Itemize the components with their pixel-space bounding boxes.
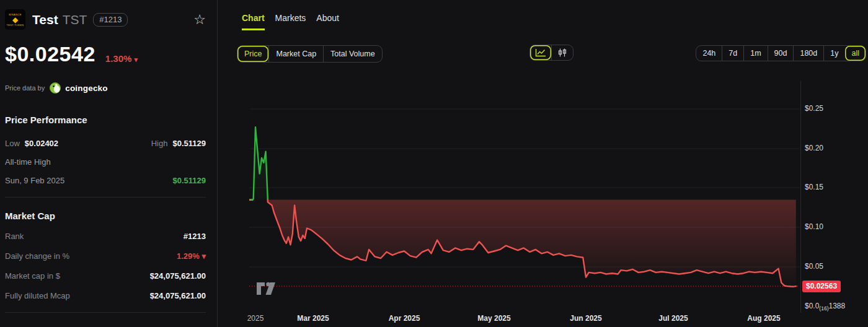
x-axis-tick: 2025 (247, 314, 264, 323)
line-chart-button[interactable] (530, 45, 551, 60)
rank-value: #1213 (184, 232, 206, 241)
token-name: Test (32, 12, 58, 27)
token-header: BINANCE ◆ TEST TOKEN Test TST #1213 ☆ (5, 9, 206, 30)
series-button-market-cap[interactable]: Market Cap (268, 46, 323, 62)
high-value: $0.51129 (172, 139, 206, 148)
current-price-tag: $0.02563 (802, 281, 841, 292)
divider (5, 312, 206, 313)
range-button-7d[interactable]: 7d (722, 46, 743, 61)
down-arrow-icon: ▾ (135, 56, 138, 63)
series-toggle: Price Market Cap Total Volume (237, 45, 383, 63)
price-chart-canvas[interactable] (249, 81, 800, 313)
tab-bar: Chart Markets About (242, 13, 339, 30)
low-label: Low (5, 139, 20, 148)
table-row: Daily change in % 1.29% ▾ (5, 251, 206, 261)
series-button-total-volume[interactable]: Total Volume (323, 46, 382, 62)
ath-label: All-time High (5, 157, 206, 167)
market-cap-value: $24,075,621.00 (150, 271, 206, 281)
high-label: High (151, 139, 168, 148)
coingecko-brand[interactable]: coingecko (65, 84, 108, 93)
table-row: Market cap in $ $24,075,621.00 (5, 271, 206, 281)
y-axis-bottom-tick: $0.0(16)1388 (805, 302, 845, 312)
ath-row: Sun, 9 Feb 2025 $0.51129 (5, 176, 206, 185)
divider (5, 197, 206, 198)
time-range-toggle: 24h 7d 1m 90d 180d 1y all (696, 45, 866, 61)
ath-date: Sun, 9 Feb 2025 (5, 176, 64, 185)
range-button-24h[interactable]: 24h (696, 46, 722, 61)
line-chart-icon (535, 48, 546, 57)
price-chart[interactable]: $0.25$0.20$0.15$0.10$0.05 $0.0(16)1388 2… (218, 72, 868, 327)
table-row: Rank #1213 (5, 232, 206, 241)
current-price: $0.02542 (5, 42, 95, 66)
candlestick-chart-icon (557, 48, 568, 57)
x-axis-tick: Jun 2025 (570, 314, 601, 323)
series-button-price[interactable]: Price (237, 46, 268, 62)
x-axis-tick: Mar 2025 (297, 314, 329, 323)
x-axis-tick: Apr 2025 (389, 314, 420, 323)
price-attribution: Price data by coingecko (5, 82, 206, 94)
market-cap-label: Market cap in $ (5, 271, 60, 281)
binance-cube-icon: ◆ (12, 16, 18, 24)
x-axis-tick: Jul 2025 (658, 314, 688, 323)
price-change: 1.30% ▾ (105, 53, 138, 64)
y-axis-line (800, 81, 801, 313)
range-button-1y[interactable]: 1y (823, 46, 844, 61)
tab-chart[interactable]: Chart (242, 13, 265, 30)
x-axis-tick: Aug 2025 (747, 314, 780, 323)
y-axis-tick: $0.10 (805, 222, 823, 231)
x-axis-tick: May 2025 (477, 314, 510, 323)
price-change-value: 1.30% (105, 53, 132, 64)
range-button-90d[interactable]: 90d (768, 46, 794, 61)
ath-value: $0.51129 (172, 176, 206, 185)
token-symbol: TST (63, 12, 87, 27)
fdv-value: $24,075,621.00 (150, 291, 206, 300)
candlestick-chart-button[interactable] (551, 45, 573, 60)
tab-about[interactable]: About (316, 13, 339, 30)
token-page: BINANCE ◆ TEST TOKEN Test TST #1213 ☆ $0… (0, 0, 868, 327)
range-button-all[interactable]: all (844, 46, 866, 61)
y-axis-tick: $0.20 (805, 144, 823, 152)
token-summary-panel: BINANCE ◆ TEST TOKEN Test TST #1213 ☆ $0… (0, 0, 218, 327)
daily-change-label: Daily change in % (5, 251, 69, 261)
attribution-text: Price data by (5, 84, 45, 92)
low-high-row: Low $0.02402 High $0.51129 (5, 139, 206, 148)
chart-panel: Chart Markets About Price Market Cap Tot… (218, 0, 868, 327)
price-row: $0.02542 1.30% ▾ (5, 42, 206, 66)
price-performance-title: Price Performance (5, 115, 206, 125)
market-cap-title: Market Cap (5, 211, 206, 221)
coingecko-icon (50, 82, 61, 94)
y-axis-tick: $0.15 (805, 183, 823, 191)
tradingview-logo[interactable] (256, 281, 278, 296)
y-axis-tick: $0.05 (805, 262, 823, 271)
tab-markets[interactable]: Markets (275, 13, 306, 30)
token-logo: BINANCE ◆ TEST TOKEN (5, 9, 25, 30)
range-button-180d[interactable]: 180d (793, 46, 823, 61)
favorite-star-icon[interactable]: ☆ (193, 13, 206, 27)
chart-type-toggle (529, 45, 574, 61)
daily-change-value: 1.29% ▾ (177, 251, 206, 261)
low-value: $0.02402 (25, 139, 58, 148)
table-row: Fully diluted Mcap $24,075,621.00 (5, 291, 206, 300)
range-button-1m[interactable]: 1m (743, 46, 767, 61)
y-axis-tick: $0.25 (805, 104, 823, 113)
fdv-label: Fully diluted Mcap (5, 291, 70, 300)
rank-label: Rank (5, 232, 24, 241)
rank-badge: #1213 (93, 13, 128, 27)
token-logo-bottom-text: TEST TOKEN (7, 24, 24, 27)
